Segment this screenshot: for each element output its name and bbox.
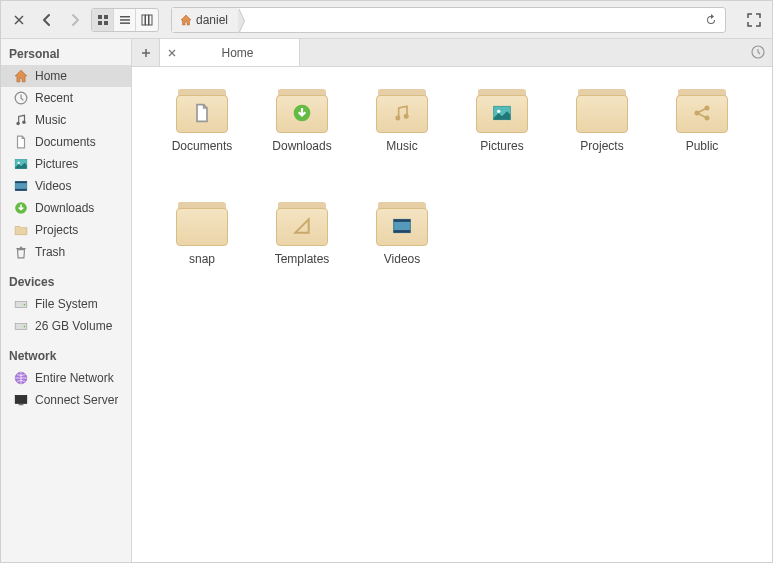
video-icon bbox=[13, 178, 29, 194]
folder-label: Public bbox=[686, 139, 719, 153]
svg-rect-36 bbox=[394, 219, 411, 222]
svg-point-12 bbox=[22, 121, 26, 125]
new-tab-button[interactable] bbox=[132, 39, 160, 66]
view-mode-group bbox=[91, 8, 159, 32]
tab-close-button[interactable] bbox=[168, 45, 176, 60]
folder-item[interactable]: snap bbox=[152, 198, 252, 293]
folder-icon bbox=[676, 89, 728, 133]
view-icons-button[interactable] bbox=[92, 9, 114, 31]
folder-item[interactable]: Public bbox=[652, 85, 752, 180]
folder-icon bbox=[476, 89, 528, 133]
history-icon bbox=[750, 44, 766, 60]
path-bar[interactable]: daniel bbox=[171, 7, 726, 33]
svg-point-22 bbox=[24, 326, 26, 328]
svg-rect-0 bbox=[98, 15, 102, 19]
clock-icon bbox=[13, 90, 29, 106]
svg-point-29 bbox=[404, 113, 409, 118]
globe-icon bbox=[13, 370, 29, 386]
sidebar-item-connect[interactable]: Connect Server bbox=[1, 389, 131, 411]
folder-icon bbox=[13, 222, 29, 238]
close-icon bbox=[14, 15, 24, 25]
close-button[interactable] bbox=[7, 8, 31, 32]
tab-bar: Home bbox=[132, 39, 772, 67]
sidebar-item-label: File System bbox=[35, 297, 98, 311]
sidebar-item-documents[interactable]: Documents bbox=[1, 131, 131, 153]
svg-rect-16 bbox=[15, 181, 27, 183]
folder-label: Downloads bbox=[272, 139, 331, 153]
svg-rect-7 bbox=[142, 15, 145, 25]
folder-item[interactable]: Documents bbox=[152, 85, 252, 180]
columns-icon bbox=[141, 14, 153, 26]
folder-item[interactable]: Projects bbox=[552, 85, 652, 180]
svg-point-11 bbox=[16, 122, 20, 126]
svg-rect-9 bbox=[149, 15, 152, 25]
svg-point-14 bbox=[18, 162, 20, 164]
breadcrumb-label: daniel bbox=[196, 13, 228, 27]
list-icon bbox=[119, 14, 131, 26]
svg-point-31 bbox=[497, 109, 500, 112]
folder-label: Projects bbox=[580, 139, 623, 153]
fullscreen-button[interactable] bbox=[742, 8, 766, 32]
sidebar-item-label: 26 GB Volume bbox=[35, 319, 112, 333]
sidebar-item-filesystem[interactable]: File System bbox=[1, 293, 131, 315]
sidebar-item-projects[interactable]: Projects bbox=[1, 219, 131, 241]
sidebar-item-trash[interactable]: Trash bbox=[1, 241, 131, 263]
drive-icon bbox=[13, 318, 29, 334]
sidebar-item-music[interactable]: Music bbox=[1, 109, 131, 131]
arrow-left-icon bbox=[40, 13, 54, 27]
note-icon bbox=[13, 112, 29, 128]
folder-label: Music bbox=[386, 139, 417, 153]
sidebar: PersonalHomeRecentMusicDocumentsPictures… bbox=[1, 39, 132, 562]
folder-item[interactable]: Downloads bbox=[252, 85, 352, 180]
sidebar-item-downloads[interactable]: Downloads bbox=[1, 197, 131, 219]
sidebar-heading: Devices bbox=[1, 271, 131, 293]
sidebar-item-videos[interactable]: Videos bbox=[1, 175, 131, 197]
svg-rect-24 bbox=[15, 395, 27, 403]
sidebar-item-volume26[interactable]: 26 GB Volume bbox=[1, 315, 131, 337]
svg-rect-6 bbox=[120, 22, 130, 24]
arrow-right-icon bbox=[68, 13, 82, 27]
view-list-button[interactable] bbox=[114, 9, 136, 31]
svg-rect-3 bbox=[104, 21, 108, 25]
tab-home[interactable]: Home bbox=[160, 39, 300, 66]
content-area: PersonalHomeRecentMusicDocumentsPictures… bbox=[1, 39, 772, 562]
sidebar-item-label: Pictures bbox=[35, 157, 78, 171]
drive-icon bbox=[13, 296, 29, 312]
folder-icon bbox=[176, 89, 228, 133]
folder-icon bbox=[376, 89, 428, 133]
trash-icon bbox=[13, 244, 29, 260]
sidebar-item-label: Videos bbox=[35, 179, 71, 193]
sidebar-item-recent[interactable]: Recent bbox=[1, 87, 131, 109]
sidebar-item-pictures[interactable]: Pictures bbox=[1, 153, 131, 175]
back-button[interactable] bbox=[35, 8, 59, 32]
sidebar-item-network[interactable]: Entire Network bbox=[1, 367, 131, 389]
sidebar-item-label: Recent bbox=[35, 91, 73, 105]
home-icon bbox=[13, 68, 29, 84]
folder-item[interactable]: Templates bbox=[252, 198, 352, 293]
fullscreen-icon bbox=[747, 13, 761, 27]
svg-rect-37 bbox=[394, 230, 411, 233]
folder-label: Pictures bbox=[480, 139, 523, 153]
folder-icon bbox=[176, 202, 228, 246]
grid-icon bbox=[97, 14, 109, 26]
folder-icon bbox=[276, 202, 328, 246]
folder-item[interactable]: Videos bbox=[352, 198, 452, 293]
folder-item[interactable]: Music bbox=[352, 85, 452, 180]
breadcrumb-home[interactable]: daniel bbox=[172, 8, 238, 32]
sidebar-item-label: Home bbox=[35, 69, 67, 83]
download-icon bbox=[13, 200, 29, 216]
folder-item[interactable]: Pictures bbox=[452, 85, 552, 180]
sidebar-item-home[interactable]: Home bbox=[1, 65, 131, 87]
doc-icon bbox=[13, 134, 29, 150]
forward-button[interactable] bbox=[63, 8, 87, 32]
tab-history-button[interactable] bbox=[750, 44, 766, 64]
home-icon bbox=[180, 14, 192, 26]
svg-rect-2 bbox=[98, 21, 102, 25]
folder-icon bbox=[576, 89, 628, 133]
folder-label: Documents bbox=[172, 139, 233, 153]
view-columns-button[interactable] bbox=[136, 9, 158, 31]
svg-point-20 bbox=[24, 304, 26, 306]
svg-rect-8 bbox=[146, 15, 149, 25]
sidebar-item-label: Documents bbox=[35, 135, 96, 149]
reload-button[interactable] bbox=[701, 10, 721, 30]
